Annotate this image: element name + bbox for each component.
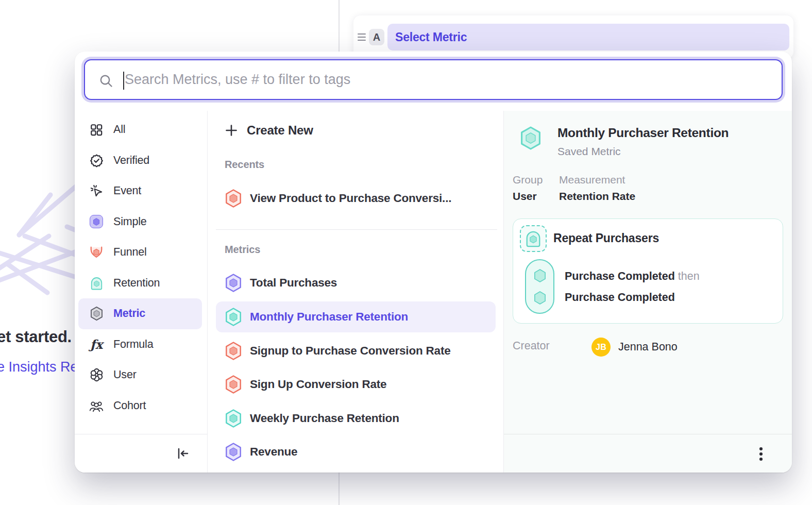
steps-capsule bbox=[525, 259, 554, 314]
group-value: User bbox=[513, 190, 537, 203]
sidebar-item-retention[interactable]: Retention bbox=[78, 268, 202, 299]
list-item-recent[interactable]: View Product to Purchase Conversi... bbox=[216, 183, 496, 214]
step-2-text: Purchase Completed bbox=[565, 291, 675, 304]
preview-footer bbox=[504, 434, 792, 473]
sidebar-item-metric[interactable]: Metric bbox=[78, 298, 202, 329]
list-item-label: Weekly Purchase Retention bbox=[250, 412, 399, 425]
sidebar-item-cohort[interactable]: Cohort bbox=[78, 391, 202, 422]
list-item-label: Monthly Purchaser Retention bbox=[250, 310, 408, 324]
sidebar-item-verified[interactable]: Verified bbox=[78, 145, 202, 176]
creator-label: Creator bbox=[513, 340, 550, 352]
then-connector: then bbox=[678, 270, 700, 282]
sidebar-item-label: Formula bbox=[113, 338, 153, 351]
select-metric-label: Select Metric bbox=[395, 30, 467, 44]
sidebar-item-user[interactable]: User bbox=[78, 360, 202, 391]
sidebar-item-label: All bbox=[113, 123, 125, 136]
collapse-sidebar-button[interactable] bbox=[174, 445, 192, 462]
definition-name: Repeat Purchasers bbox=[553, 231, 659, 245]
sidebar-item-label: Event bbox=[113, 184, 141, 197]
event-metric-hexagon-icon bbox=[225, 442, 242, 462]
section-divider bbox=[216, 229, 497, 230]
retention-arch-icon bbox=[525, 230, 542, 247]
list-item-metric[interactable]: Signup to Purchase Conversion Rate bbox=[216, 335, 496, 366]
collapse-icon bbox=[176, 447, 190, 460]
recents-section-label: Recents bbox=[225, 159, 264, 171]
metric-list-column: Create New Recents View Product to Purch… bbox=[208, 111, 504, 473]
create-new-button[interactable]: Create New bbox=[216, 116, 496, 144]
list-item-metric[interactable]: Revenue bbox=[216, 436, 496, 467]
measurement-label: Measurement bbox=[559, 174, 625, 186]
cohort-definition-chip bbox=[520, 225, 547, 252]
retention-metric-hexagon-icon bbox=[225, 307, 242, 327]
group-label: Group bbox=[513, 174, 543, 186]
filter-sidebar: All Verified bbox=[75, 111, 208, 473]
sidebar-item-label: User bbox=[113, 368, 137, 381]
definition-card: Repeat Purchasers Purchase Completed the… bbox=[513, 218, 783, 324]
retention-arch-icon bbox=[89, 276, 104, 290]
sidebar-item-label: Verified bbox=[113, 154, 149, 167]
retention-metric-hexagon-icon bbox=[225, 409, 242, 428]
list-item-label: Total Purchases bbox=[250, 276, 337, 290]
modal-content: All Verified bbox=[75, 111, 792, 473]
grid-icon bbox=[89, 123, 104, 137]
metric-preview-panel: Monthly Purchaser Retention Saved Metric… bbox=[504, 111, 792, 473]
funnel-icon bbox=[89, 245, 104, 260]
sidebar-item-label: Retention bbox=[113, 277, 160, 290]
sidebar-item-label: Simple bbox=[113, 215, 147, 228]
search-icon bbox=[99, 74, 113, 88]
select-metric-button[interactable]: Select Metric bbox=[387, 24, 789, 50]
sidebar-item-label: Metric bbox=[113, 307, 145, 320]
step-1-text: Purchase Completed then bbox=[565, 270, 700, 283]
screen: et started. e Insights Re A Select Metri… bbox=[0, 0, 812, 505]
list-item-label: View Product to Purchase Conversi... bbox=[250, 192, 451, 205]
series-a-badge[interactable]: A bbox=[369, 29, 384, 45]
cohort-people-icon bbox=[89, 398, 104, 413]
funnel-metric-hexagon-icon bbox=[225, 341, 242, 361]
sidebar-item-formula[interactable]: ƒx Formula bbox=[78, 329, 202, 360]
sidebar-item-label: Funnel bbox=[113, 246, 147, 259]
badge-check-icon bbox=[89, 153, 104, 167]
more-options-button[interactable] bbox=[752, 445, 770, 463]
list-item-metric[interactable]: Total Purchases bbox=[216, 267, 496, 298]
plus-icon bbox=[225, 124, 238, 137]
simple-hexagon-icon bbox=[89, 214, 104, 229]
sidebar-footer bbox=[75, 434, 207, 473]
list-item-metric[interactable]: Sign Up Conversion Rate bbox=[216, 369, 496, 400]
preview-subtitle: Saved Metric bbox=[557, 145, 621, 158]
search-input[interactable] bbox=[85, 60, 782, 99]
drag-handle-icon[interactable] bbox=[358, 33, 366, 41]
sidebar-item-label: Cohort bbox=[113, 399, 146, 412]
metric-picker-modal: All Verified bbox=[75, 52, 792, 473]
measurement-value: Retention Rate bbox=[559, 190, 635, 203]
ellipsis-icon bbox=[759, 447, 763, 450]
user-flower-icon bbox=[89, 368, 104, 382]
text-caret bbox=[123, 72, 124, 90]
step-hexagon-icon bbox=[533, 268, 547, 283]
metrics-section-label: Metrics bbox=[225, 244, 260, 256]
list-item-metric-selected[interactable]: Monthly Purchaser Retention bbox=[216, 301, 496, 332]
metric-hexagon-icon bbox=[89, 307, 104, 321]
list-item-label: Signup to Purchase Conversion Rate bbox=[250, 344, 451, 358]
sidebar-item-funnel[interactable]: Funnel bbox=[78, 237, 202, 268]
saved-metric-hexagon-icon bbox=[519, 126, 542, 150]
funnel-metric-hexagon-icon bbox=[225, 375, 242, 394]
sidebar-item-simple[interactable]: Simple bbox=[78, 207, 202, 238]
funnel-metric-hexagon-icon bbox=[225, 189, 242, 208]
formula-fx-icon: ƒx bbox=[89, 337, 104, 351]
cursor-click-icon bbox=[89, 184, 104, 198]
create-new-label: Create New bbox=[247, 123, 313, 138]
preview-title: Monthly Purchaser Retention bbox=[557, 126, 729, 140]
creator-name: Jenna Bono bbox=[618, 341, 678, 354]
step-hexagon-icon bbox=[533, 290, 547, 306]
creator-avatar: JB bbox=[591, 338, 611, 357]
background-insights-link[interactable]: e Insights Re bbox=[0, 359, 78, 375]
sidebar-item-event[interactable]: Event bbox=[78, 176, 202, 207]
list-item-label: Revenue bbox=[250, 445, 297, 459]
background-headline-fragment: et started. bbox=[0, 328, 72, 346]
event-metric-hexagon-icon bbox=[225, 273, 242, 293]
sidebar-item-all[interactable]: All bbox=[78, 114, 202, 145]
list-item-label: Sign Up Conversion Rate bbox=[250, 378, 386, 391]
list-item-metric[interactable]: Weekly Purchase Retention bbox=[216, 403, 496, 434]
search-bar bbox=[84, 59, 783, 100]
